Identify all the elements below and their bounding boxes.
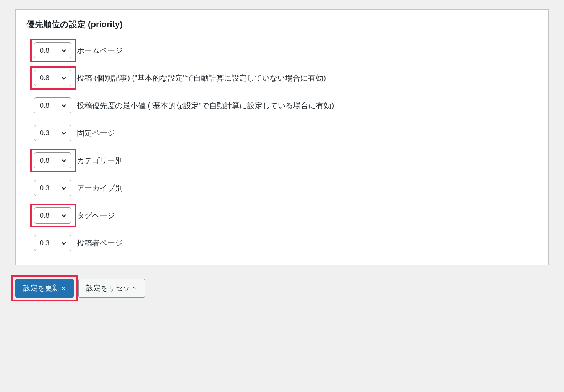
priority-row-homepage: 0.8 ホームページ bbox=[34, 42, 538, 58]
update-button-wrapper: 設定を更新 » bbox=[15, 279, 74, 298]
update-settings-button[interactable]: 設定を更新 » bbox=[15, 279, 74, 298]
priority-row-author: 0.3 投稿者ページ bbox=[34, 235, 538, 251]
priority-row-categories: 0.8 カテゴリー別 bbox=[34, 152, 538, 168]
priority-label-pages: 固定ページ bbox=[77, 128, 115, 138]
priority-select-tags[interactable]: 0.8 bbox=[34, 207, 71, 224]
priority-row-pages: 0.3 固定ページ bbox=[34, 125, 538, 141]
priority-select-pages[interactable]: 0.3 bbox=[34, 125, 71, 141]
priority-select-author[interactable]: 0.3 bbox=[34, 235, 71, 251]
select-wrapper: 0.8 bbox=[34, 42, 71, 58]
priority-label-archives: アーカイブ別 bbox=[77, 183, 123, 193]
priority-label-homepage: ホームページ bbox=[77, 45, 123, 56]
priority-select-archives[interactable]: 0.3 bbox=[34, 180, 71, 196]
select-wrapper: 0.3 bbox=[34, 125, 71, 141]
buttons-row: 設定を更新 » 設定をリセット bbox=[15, 279, 549, 298]
priority-label-categories: カテゴリー別 bbox=[77, 156, 123, 166]
priority-select-posts[interactable]: 0.8 bbox=[34, 70, 71, 86]
priority-label-tags: タグページ bbox=[77, 211, 115, 221]
priority-label-author: 投稿者ページ bbox=[77, 238, 123, 248]
priority-row-post-min: 0.8 投稿優先度の最小値 ("基本的な設定"で自動計算に設定している場合に有効… bbox=[34, 97, 538, 113]
priority-settings-list: 0.8 ホームページ 0.8 投稿 (個別記事) ("基本的な設定"で自動計算に… bbox=[26, 42, 538, 251]
priority-label-posts: 投稿 (個別記事) ("基本的な設定"で自動計算に設定していない場合に有効) bbox=[77, 73, 326, 83]
select-wrapper: 0.8 bbox=[34, 97, 71, 113]
priority-select-homepage[interactable]: 0.8 bbox=[34, 42, 71, 58]
select-wrapper: 0.8 bbox=[34, 152, 71, 168]
priority-settings-panel: 優先順位の設定 (priority) 0.8 ホームページ 0.8 bbox=[15, 9, 549, 265]
reset-settings-button[interactable]: 設定をリセット bbox=[78, 279, 145, 298]
select-wrapper: 0.3 bbox=[34, 180, 71, 196]
select-wrapper: 0.8 bbox=[34, 70, 71, 86]
priority-row-posts: 0.8 投稿 (個別記事) ("基本的な設定"で自動計算に設定していない場合に有… bbox=[34, 70, 538, 86]
panel-title: 優先順位の設定 (priority) bbox=[26, 19, 538, 30]
priority-label-post-min: 投稿優先度の最小値 ("基本的な設定"で自動計算に設定している場合に有効) bbox=[77, 100, 334, 111]
priority-row-archives: 0.3 アーカイブ別 bbox=[34, 180, 538, 196]
priority-select-categories[interactable]: 0.8 bbox=[34, 152, 71, 168]
select-wrapper: 0.3 bbox=[34, 235, 71, 251]
priority-select-post-min[interactable]: 0.8 bbox=[34, 97, 71, 113]
settings-wrap: 優先順位の設定 (priority) 0.8 ホームページ 0.8 bbox=[0, 9, 564, 307]
priority-row-tags: 0.8 タグページ bbox=[34, 207, 538, 224]
select-wrapper: 0.8 bbox=[34, 207, 71, 224]
